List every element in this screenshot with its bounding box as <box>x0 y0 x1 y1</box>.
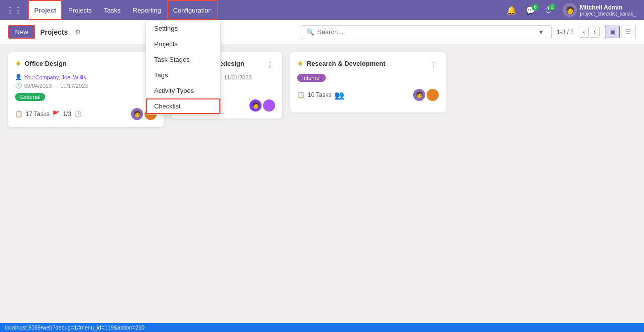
search-icon: 🔍 <box>306 28 314 36</box>
avatar-1: 🧑 <box>413 89 425 101</box>
card-more-btn[interactable]: ⋮ <box>265 59 275 71</box>
dropdown-tags[interactable]: Tags <box>146 67 220 83</box>
next-page-btn[interactable]: › <box>590 27 600 38</box>
list-view-btn[interactable]: ☰ <box>621 26 636 38</box>
card-title-row: ★ Research & Development <box>297 59 429 67</box>
avatar-1: 🧑 <box>131 108 143 120</box>
user-subtitle: project_checklist_kanak_ <box>580 11 636 17</box>
tasks-count: 📋 17 Tasks 🚩 1/3 🕐 <box>15 110 82 118</box>
view-toggle: ▣ ☰ <box>605 26 636 38</box>
tasks-icon: 📋 <box>297 91 305 98</box>
user-menu[interactable]: 🧑 Mitchell Admin project_checklist_kanak… <box>559 1 640 19</box>
pagination-controls: ‹ › <box>579 27 600 38</box>
card-subtitle: 👤 YourCompany, Joel Willis <box>15 74 157 80</box>
tasks-label: 10 Tasks <box>308 91 331 98</box>
nav-reporting[interactable]: Reporting <box>126 0 167 20</box>
nav-configuration[interactable]: Configuration <box>167 0 218 20</box>
search-bar: 🔍 ▼ <box>301 25 552 39</box>
search-input[interactable] <box>317 28 536 36</box>
schedule-icon: 🕐 <box>74 110 82 118</box>
topbar-right: 🔔 💬 6 ⏱ 2 🧑 Mitchell Admin project_check… <box>503 1 640 19</box>
notification-bell[interactable]: 🔔 <box>503 4 520 17</box>
nav-projects[interactable]: Projects <box>62 0 98 20</box>
milestone-count: 1/3 <box>63 110 71 118</box>
card-date: 🕐 09/04/2023 → 11/17/2023 <box>15 82 157 89</box>
chat-badge: 6 <box>532 4 539 11</box>
avatar-2 <box>427 89 439 101</box>
configuration-dropdown: Settings Projects Task Stages Tags Activ… <box>146 20 221 115</box>
card-header: ★ Office Design ⋮ <box>15 59 157 71</box>
new-button[interactable]: New <box>8 25 35 39</box>
star-icon[interactable]: ★ <box>15 59 22 67</box>
tasks-label: 17 Tasks <box>26 110 49 118</box>
user-info: Mitchell Admin project_checklist_kanak_ <box>580 4 636 17</box>
card-footer: 📋 17 Tasks 🚩 1/3 🕐 🧑 <box>15 108 157 120</box>
clock-badge: 2 <box>549 4 556 11</box>
clock-icon: 🕐 <box>15 82 22 89</box>
nav-project[interactable]: Project <box>28 0 62 20</box>
clock-icon[interactable]: ⏱ 2 <box>542 4 556 17</box>
dropdown-checklist[interactable]: Checklist <box>146 98 220 114</box>
card-footer: 📋 10 Tasks 👥 🧑 <box>297 89 439 101</box>
tasks-icon: 📋 <box>15 110 23 118</box>
card-more-btn[interactable]: ⋮ <box>429 59 439 71</box>
dropdown-task-stages[interactable]: Task Stages <box>146 52 220 67</box>
avatars: 🧑 <box>413 89 439 101</box>
search-dropdown-btn[interactable]: ▼ <box>536 28 546 37</box>
project-card-office-design: ★ Office Design ⋮ 👤 YourCompany, Joel Wi… <box>8 52 164 127</box>
star-icon[interactable]: ★ <box>297 59 304 67</box>
gear-icon[interactable]: ⚙ <box>75 28 81 36</box>
project-card-research: ★ Research & Development ⋮ Internal 📋 10… <box>290 52 446 113</box>
user-avatar: 🧑 <box>563 3 577 17</box>
kanban-view-btn[interactable]: ▣ <box>605 26 620 38</box>
card-title: Research & Development <box>307 60 385 67</box>
tasks-count: 📋 10 Tasks 👥 <box>297 90 344 100</box>
card-title-row: ★ Office Design <box>15 59 147 67</box>
tag-badge: External <box>15 93 45 101</box>
avatar-2 <box>263 99 275 112</box>
card-company: YourCompany, Joel Willis <box>24 74 86 80</box>
dropdown-activity-types[interactable]: Activity Types <box>146 83 220 98</box>
person-icon: 👤 <box>15 74 22 80</box>
topbar: ⋮⋮ Project Projects Tasks Reporting Conf… <box>0 0 644 20</box>
milestone-icon: 🚩 <box>52 110 60 118</box>
page-title: Projects <box>40 28 68 36</box>
dropdown-projects[interactable]: Projects <box>146 36 220 52</box>
card-title: Office Design <box>25 60 67 67</box>
grid-icon[interactable]: ⋮⋮ <box>4 4 24 17</box>
nav-tasks[interactable]: Tasks <box>98 0 126 20</box>
user-name: Mitchell Admin <box>580 4 636 11</box>
date-range: 09/04/2023 → 11/17/2023 <box>24 83 88 89</box>
kanban-area: ★ Office Design ⋮ 👤 YourCompany, Joel Wi… <box>0 44 644 135</box>
card-header: ★ Research & Development ⋮ <box>297 59 439 71</box>
main-nav: Project Projects Tasks Reporting Configu… <box>28 0 503 20</box>
tag-badge: Internal <box>297 74 326 82</box>
group-icon: 👥 <box>334 90 344 100</box>
avatar-1: 🧑 <box>249 99 262 112</box>
subheader: New Projects ⚙ 🔍 ▼ 1-3 / 3 ‹ › ▣ ☰ <box>0 20 644 44</box>
chat-icon[interactable]: 💬 6 <box>523 4 539 17</box>
dropdown-settings[interactable]: Settings <box>146 21 220 36</box>
avatars: 🧑 <box>249 99 275 112</box>
prev-page-btn[interactable]: ‹ <box>579 27 589 38</box>
pagination-info: 1-3 / 3 <box>557 29 574 36</box>
